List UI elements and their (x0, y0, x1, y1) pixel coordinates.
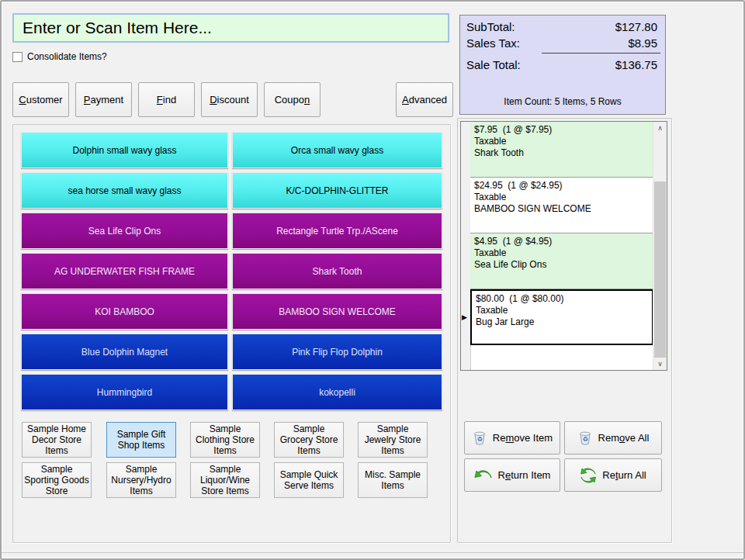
return-item-button[interactable]: Return Item (464, 458, 560, 492)
return-all-arrows-icon (580, 468, 597, 483)
svg-text:♻: ♻ (476, 436, 482, 443)
selected-row-arrow-icon: ▶ (462, 313, 467, 321)
category-misc-sample[interactable]: Misc. Sample Items (358, 462, 428, 498)
product-button-orca-small-wavy-glass[interactable]: Orca small wavy glass (232, 132, 442, 168)
category-jewelry[interactable]: Sample Jewelry Store Items (358, 422, 428, 458)
product-button-bamboo-sign-welcome[interactable]: BAMBOO SIGN WELCOME (232, 293, 442, 330)
button-label: Customer (19, 94, 62, 105)
product-button-sea-life-clip-ons[interactable]: Sea Life Clip Ons (21, 213, 228, 249)
product-button-pink-flip-flop-dolphin[interactable]: Pink Flip Flop Dolphin (232, 334, 442, 370)
button-label: Advanced (402, 94, 447, 105)
receipt-row-bamboo-sign[interactable]: $24.95 (1 @ $24.95) Taxable BAMBOO SIGN … (470, 178, 653, 233)
subtotal-value: $127.80 (615, 19, 657, 34)
row-tax-status: Taxable (474, 247, 650, 259)
row-tax-status: Taxable (474, 192, 650, 203)
discount-button[interactable]: Discount (201, 82, 258, 117)
product-button-kc-dolphin-glitter[interactable]: K/C-DOLPHIN-GLITTER (232, 172, 442, 209)
sales-tax-label: Sales Tax: (466, 36, 520, 50)
row-item-name: Sea Life Clip Ons (474, 259, 650, 271)
window-bottom-divider (2, 552, 743, 553)
product-button-rectangle-turtle[interactable]: Rectangle Turtle Trp./AScene (232, 213, 442, 249)
button-label: Return Item (498, 469, 551, 481)
sale-total-value: $136.75 (615, 57, 657, 72)
category-home-decor[interactable]: Sample Home Decor Store Items (22, 422, 92, 458)
sales-tax-value: $8.95 (628, 36, 657, 50)
scan-item-input[interactable] (12, 13, 449, 43)
scroll-down-button[interactable]: ∨ (653, 358, 667, 370)
return-all-button[interactable]: Return All (564, 458, 662, 492)
subtotal-label: SubTotal: (466, 19, 515, 34)
row-price: $4.95 (1 @ $4.95) (474, 236, 650, 247)
sale-total-label: Sale Total: (466, 57, 521, 72)
category-quick-serve[interactable]: Sample Quick Serve Items (274, 462, 344, 498)
receipt-row-shark-tooth[interactable]: $7.95 (1 @ $7.95) Taxable Shark Tooth (470, 122, 653, 178)
category-nursery-hydro[interactable]: Sample Nursery/Hydro Items (106, 462, 176, 498)
row-item-name: Bug Jar Large (476, 316, 648, 328)
row-price: $80.00 (1 @ $80.00) (476, 293, 648, 305)
row-tax-status: Taxable (476, 305, 648, 316)
totals-panel: SubTotal: $127.80 Sales Tax: $8.95 Sale … (459, 15, 666, 115)
remove-item-button[interactable]: ♻ Remove Item (464, 421, 560, 455)
receipt-row-bug-jar-large[interactable]: $80.00 (1 @ $80.00) Taxable Bug Jar Larg… (470, 289, 653, 345)
product-button-hummingbird[interactable]: Hummingbird (21, 374, 228, 410)
category-sporting-goods[interactable]: Sample Sporting Goods Store (22, 462, 92, 498)
button-label: Discount (210, 94, 249, 105)
find-button[interactable]: Find (138, 82, 195, 117)
category-grocery[interactable]: Sample Grocery Store Items (274, 422, 344, 458)
pos-window: Consolidate Items? Customer Payment Find… (0, 0, 745, 560)
recycle-bin-icon: ♻ (472, 430, 487, 446)
chevron-up-icon: ∧ (657, 124, 663, 132)
row-item-name: BAMBOO SIGN WELCOME (474, 203, 650, 215)
product-button-dolphin-small-wavy-glass[interactable]: Dolphin small wavy glass (21, 132, 228, 168)
receipt-row-sea-life-clip-ons[interactable]: $4.95 (1 @ $4.95) Taxable Sea Life Clip … (470, 233, 653, 289)
category-liquor-wine[interactable]: Sample Liquor/Wine Store Items (190, 462, 260, 498)
button-label: Coupon (275, 94, 310, 105)
remove-all-button[interactable]: ♻ Remove All (564, 421, 662, 455)
product-button-koi-bamboo[interactable]: KOI BAMBOO (21, 293, 228, 330)
consolidate-checkbox[interactable] (12, 52, 23, 62)
recycle-bin-icon: ♻ (577, 430, 593, 446)
row-tax-status: Taxable (474, 136, 650, 147)
svg-text:♻: ♻ (582, 436, 587, 443)
totals-divider (542, 53, 660, 54)
row-price: $24.95 (1 @ $24.95) (474, 180, 650, 192)
chevron-down-icon: ∨ (657, 360, 663, 368)
button-label: Return All (602, 469, 646, 481)
row-price: $7.95 (1 @ $7.95) (474, 124, 650, 136)
coupon-button[interactable]: Coupon (264, 82, 321, 117)
receipt-list: ▶ $7.95 (1 @ $7.95) Taxable Shark Tooth … (460, 121, 667, 371)
category-gift-shop[interactable]: Sample Gift Shop Items (106, 422, 176, 458)
button-label: Remove Item (493, 432, 553, 444)
customer-button[interactable]: Customer (12, 82, 69, 117)
return-arrow-icon (474, 468, 493, 482)
product-button-sea-horse-small-wavy-glass[interactable]: sea horse small wavy glass (21, 172, 228, 209)
row-item-name: Shark Tooth (474, 147, 650, 159)
consolidate-label: Consolidate Items? (27, 51, 107, 63)
button-label: Remove All (598, 432, 650, 444)
item-count: Item Count: 5 Items, 5 Rows (460, 96, 665, 107)
category-clothing[interactable]: Sample Clothing Store Items (190, 422, 260, 458)
button-label: Payment (84, 94, 123, 105)
payment-button[interactable]: Payment (75, 82, 132, 117)
advanced-button[interactable]: Advanced (396, 82, 453, 117)
product-button-kokopelli[interactable]: kokopelli (232, 374, 442, 410)
product-button-shark-tooth[interactable]: Shark Tooth (232, 253, 442, 289)
product-button-blue-dolphin-magnet[interactable]: Blue Dolphin Magnet (21, 334, 228, 370)
receipt-scrollbar[interactable]: ∧ ∨ (653, 122, 667, 370)
product-button-ag-underwater-fish-frame[interactable]: AG UNDERWATER FISH FRAME (21, 253, 228, 289)
scrollbar-thumb[interactable] (654, 181, 666, 358)
button-label: Find (157, 94, 176, 105)
scroll-up-button[interactable]: ∧ (653, 122, 667, 134)
